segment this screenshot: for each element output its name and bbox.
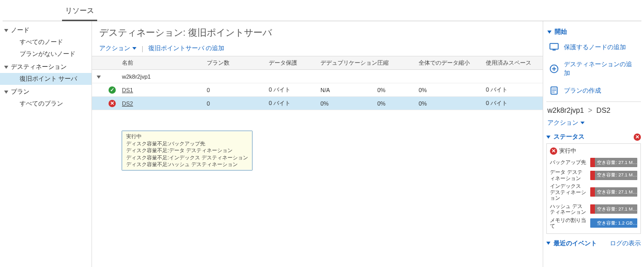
chevron-down-icon [4, 29, 8, 32]
detail-action-dropdown[interactable]: アクション [546, 115, 641, 130]
chevron-down-icon [4, 91, 8, 94]
cell-dedup: N/A [320, 87, 377, 93]
status-label: バックアップ先 [550, 159, 587, 166]
status-label: ハッシュ デスティネーション [550, 203, 587, 215]
capacity-badge: 空き容量: 1.2 GB… [590, 218, 637, 228]
capacity-badge: 空き容量: 27.1 M… [590, 187, 637, 197]
capacity-badge: 空き容量: 27.1 M… [590, 204, 637, 214]
cell-protect: 0 バイト [269, 99, 320, 107]
svg-rect-0 [550, 43, 558, 49]
tooltip-line: 実行中 [126, 133, 248, 140]
tree-item-all-plans[interactable]: すべてのプラン [0, 98, 91, 110]
cell-plan: 0 [207, 87, 269, 93]
cell-dedup: 0% [320, 100, 377, 107]
tree-head-plan[interactable]: プラン [0, 86, 91, 98]
crumb-sep: > [586, 106, 594, 114]
status-ok-icon: ✓ [109, 86, 116, 94]
status-running: ✕ 実行中 [550, 147, 637, 157]
show-log-link[interactable]: ログの表示 [610, 239, 641, 248]
cell-protect: 0 バイト [269, 86, 320, 94]
add-rps-link[interactable]: 復旧ポイントサーバ の追加 [148, 44, 224, 53]
quick-label: 保護するノードの追加 [564, 43, 626, 52]
tooltip-line: ディスク容量不足:バックアップ先 [126, 140, 248, 147]
quick-add-destination[interactable]: デスティネーションの追加 [546, 56, 641, 82]
cell-reduce: 0% [419, 87, 486, 93]
tree-item-no-plan-nodes[interactable]: プランがないノード [0, 48, 91, 60]
status-error-icon: ✕ [109, 100, 116, 107]
crumb-server[interactable]: w2k8r2jvp1 [547, 106, 584, 114]
cell-used: 0 バイト [486, 86, 543, 94]
section-start[interactable]: 開始 [546, 25, 641, 38]
sidebar-right: 開始 保護するノードの追加 デスティネーションの追加 プランの作成 w2k8r2… [543, 21, 644, 267]
col-protect[interactable]: データ保護 [269, 59, 320, 67]
status-row: バックアップ先 空き容量: 27.1 M… [550, 157, 637, 168]
tree-head-label: デスティネーション [11, 63, 67, 71]
quick-label: プランの作成 [564, 86, 601, 95]
cell-used: 0 バイト [486, 99, 543, 107]
status-box: ✕ 実行中 バックアップ先 空き容量: 27.1 M… データ デスティネーショ… [546, 143, 641, 234]
col-name[interactable]: 名前 [119, 59, 207, 67]
status-row: ハッシュ デスティネーション 空き容量: 27.1 M… [550, 202, 637, 216]
crumb-ds[interactable]: DS2 [596, 106, 610, 114]
section-status[interactable]: ステータス [546, 130, 586, 143]
section-recent-events[interactable]: 最近のイベント [546, 237, 598, 250]
tree-head-label: プラン [11, 87, 29, 96]
tree-item-all-nodes[interactable]: すべてのノード [0, 36, 91, 48]
status-label: データ デスティネーション [550, 169, 587, 181]
cell-comp: 0% [377, 87, 419, 93]
table-row[interactable]: ✕ DS2 0 0 バイト 0% 0% 0% 0 バイト [92, 97, 543, 110]
monitor-icon [549, 42, 559, 52]
sidebar-left: ノード すべてのノード プランがないノード デスティネーション 復旧ポイント サ… [0, 21, 92, 267]
chevron-down-icon [546, 242, 550, 245]
status-label: インデックス デスティネーション [550, 183, 587, 201]
tab-resources[interactable]: リソース [62, 2, 97, 21]
table-row[interactable]: ✓ DS1 0 0 バイト N/A 0% 0% 0 バイト [92, 83, 543, 97]
status-label: メモリの割り当て [550, 217, 587, 229]
cell-reduce: 0% [419, 100, 486, 107]
capacity-badge: 空き容量: 27.1 M… [590, 158, 637, 167]
chevron-down-icon [546, 136, 550, 139]
cell-comp: 0% [377, 100, 419, 107]
action-dropdown[interactable]: アクション [99, 44, 136, 53]
document-icon [549, 86, 559, 95]
chevron-down-icon [4, 66, 8, 69]
capacity-badge: 空き容量: 27.1 M… [590, 171, 637, 180]
cell-plan: 0 [207, 100, 269, 107]
status-row: メモリの割り当て 空き容量: 1.2 GB… [550, 216, 637, 230]
page-title: デスティネーション: 復旧ポイントサーバ [92, 21, 543, 42]
quick-create-plan[interactable]: プランの作成 [546, 82, 641, 99]
status-row: インデックス デスティネーション 空き容量: 27.1 M… [550, 182, 637, 202]
tree-head-label: ノード [11, 26, 29, 35]
status-error-icon: ✕ [634, 134, 641, 141]
plus-circle-icon [549, 64, 559, 73]
datastore-link[interactable]: DS2 [122, 100, 133, 107]
col-comp[interactable]: 圧縮 [377, 59, 419, 67]
datastore-link[interactable]: DS1 [122, 87, 133, 93]
tooltip-line: ディスク容量不足:データ デスティネーション [126, 147, 248, 154]
quick-add-node[interactable]: 保護するノードの追加 [546, 38, 641, 56]
col-reduce[interactable]: 全体でのデータ縮小 [419, 59, 486, 67]
server-row[interactable]: w2k8r2jvp1 [92, 70, 543, 83]
status-tooltip: 実行中 ディスク容量不足:バックアップ先 ディスク容量不足:データ デスティネー… [121, 130, 253, 171]
chevron-down-icon [132, 47, 136, 50]
col-plan[interactable]: プラン数 [207, 59, 269, 67]
tooltip-line: ディスク容量不足:ハッシュ デスティネーション [126, 161, 248, 168]
col-used[interactable]: 使用済みスペース [486, 59, 543, 67]
server-name: w2k8r2jvp1 [119, 73, 207, 80]
breadcrumb: w2k8r2jvp1 > DS2 [546, 105, 641, 115]
chevron-down-icon [580, 122, 585, 124]
col-dedup[interactable]: デデュプリケーション [320, 59, 377, 67]
svg-rect-1 [553, 50, 556, 51]
grid-header: 名前 プラン数 データ保護 デデュプリケーション 圧縮 全体でのデータ縮小 使用… [92, 56, 543, 70]
status-error-icon: ✕ [550, 147, 557, 155]
quick-label: デスティネーションの追加 [564, 60, 638, 78]
separator: | [142, 45, 143, 52]
status-row: データ デスティネーション 空き容量: 27.1 M… [550, 168, 637, 182]
tree-item-rps[interactable]: 復旧ポイント サーバ [0, 73, 91, 85]
tree-head-node[interactable]: ノード [0, 24, 91, 36]
tooltip-line: ディスク容量不足:インデックス デスティネーション [126, 154, 248, 161]
tree-head-destination[interactable]: デスティネーション [0, 61, 91, 73]
chevron-down-icon [547, 31, 551, 34]
expand-icon[interactable] [97, 76, 101, 79]
